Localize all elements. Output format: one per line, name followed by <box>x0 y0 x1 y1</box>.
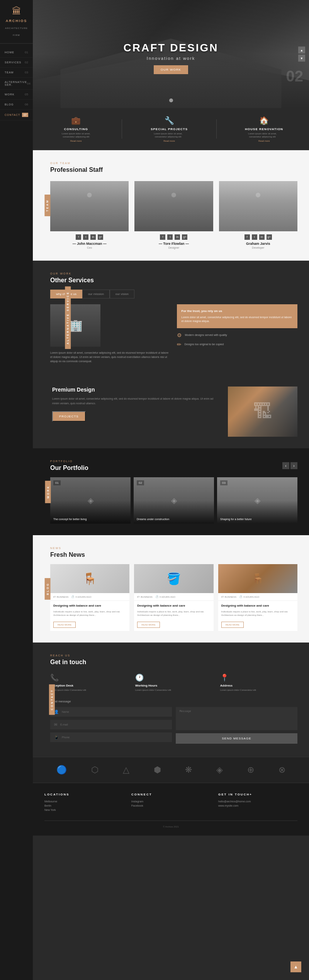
form-label: Send message <box>50 700 297 703</box>
blog-grid: 🪑 🏷 BUSINESS 🕐 4 HOURS AGO Design <box>50 564 297 631</box>
hero-pagination-dot[interactable] <box>169 98 173 102</box>
social-gp-3[interactable]: g+ <box>267 234 272 240</box>
social-tw-1[interactable]: t <box>83 234 88 240</box>
social-tw-2[interactable]: t <box>167 234 173 240</box>
renovation-link[interactable]: Read more <box>245 140 283 142</box>
sidebar-item-blog[interactable]: BLOG 06 <box>0 100 33 110</box>
reception-text: Lorem ipsum dolor Consectetur elit <box>50 688 127 692</box>
blog-category-3: 🏷 BUSINESS <box>221 595 236 598</box>
footer-link-website[interactable]: www.mysite.com <box>218 804 297 807</box>
premium-text: Lorem ipsum dolor sit amet, consectetur … <box>52 397 220 405</box>
partner-logo-2[interactable]: ⬡ <box>91 765 98 775</box>
portfolio-item-1[interactable]: ◈ 01 The concept for better living <box>50 477 131 524</box>
social-tw-3[interactable]: t <box>252 234 257 240</box>
consulting-name: CONSULTING <box>59 127 93 131</box>
social-gp-2[interactable]: g+ <box>182 234 187 240</box>
blog-card-3: 🪑 🏷 BUSINESS 🕐 4 HOURS AGO Design <box>218 564 297 631</box>
sidebar-item-work[interactable]: WORK 05 <box>0 90 33 100</box>
team-section-outer: TEAM ✉ Our Team Professional Staff f t i… <box>33 150 309 261</box>
social-fb-1[interactable]: f <box>76 234 81 240</box>
footer-col-locations: LOCATIONS Melbourne Berlin New York <box>44 793 124 813</box>
premium-projects-button[interactable]: PROJECTS <box>52 411 86 422</box>
footer-link-instagram[interactable]: Instagram <box>131 800 211 803</box>
team-socials-1: f t in g+ <box>50 234 129 240</box>
alt-service-content: 🏢 Lorem ipsum dolor sit amet, consectetu… <box>50 304 297 364</box>
blog-title: Fresh News <box>50 551 297 558</box>
hero-arrow-up[interactable]: ▲ <box>298 47 305 54</box>
partner-logo-6[interactable]: ◈ <box>216 765 223 775</box>
alt-service-section: Our Work Other Services why choose us ou… <box>33 261 309 375</box>
partner-logo-7[interactable]: ⊕ <box>247 765 254 775</box>
message-field <box>176 707 297 730</box>
blog-read-more-1[interactable]: READ MORE <box>53 622 76 628</box>
footer-link-melbourne[interactable]: Melbourne <box>44 800 124 803</box>
portfolio-prev-arrow[interactable]: ‹ <box>282 462 289 469</box>
main-content: CRAFT DESIGN Innovation at work OUR WORK… <box>33 0 309 836</box>
team-section: Our Team Professional Staff f t in g+ — … <box>33 150 309 261</box>
blog-date-3: 🕐 4 HOURS AGO <box>239 595 259 598</box>
address-text: Lorem ipsum dolor Consectetur elit <box>220 688 297 692</box>
name-input[interactable] <box>62 710 168 713</box>
portfolio-item-3[interactable]: ◈ 03 Shaping for a better future <box>217 477 297 524</box>
hero-cta-button[interactable]: OUR WORK <box>154 65 188 74</box>
alt-service-title: Other Services <box>50 277 297 284</box>
blog-meta-3: 🏷 BUSINESS 🕐 4 HOURS AGO <box>218 593 297 601</box>
blog-post-title-1: Designing with balance and care <box>53 604 126 608</box>
portfolio-next-arrow[interactable]: › <box>290 462 297 469</box>
team-photo-bg-2 <box>134 181 213 231</box>
reception-label: Reception Desk <box>50 684 127 687</box>
portfolio-item-2[interactable]: ◈ 02 Dreams under construction <box>134 477 214 524</box>
alt-tab-vision[interactable]: our vision <box>110 290 134 298</box>
footer-grid: LOCATIONS Melbourne Berlin New York CONN… <box>44 793 297 813</box>
partners-bar: 🔵 ⬡ △ ⬢ ❋ ◈ ⊕ ⊗ <box>33 757 309 783</box>
team-card-3: f t in g+ Graham Jarvis Developer <box>219 181 297 249</box>
email-input[interactable] <box>60 723 168 726</box>
social-fb-2[interactable]: f <box>160 234 165 240</box>
social-in-1[interactable]: in <box>90 234 96 240</box>
blog-read-more-2[interactable]: READ MORE <box>137 622 160 628</box>
alt-service-image: 🏢 <box>50 304 100 347</box>
blog-post-excerpt-3: Individuals require a place to live, wor… <box>221 610 294 617</box>
team-label: Our Team <box>50 162 297 164</box>
logo: 🏛 ARCHIOS ARCHITECTURE FIRM <box>0 0 33 44</box>
phone-input[interactable] <box>62 736 168 739</box>
work-section-outer: WORK 📁 Portfolio Our Portfolio ‹ › ◈ 01 … <box>33 448 309 535</box>
alt-tab-mission[interactable]: our mission <box>82 290 110 298</box>
projects-link[interactable]: Read more <box>151 140 188 142</box>
blog-card-1: 🪑 🏷 BUSINESS 🕐 4 HOURS AGO Design <box>50 564 129 631</box>
partner-logo-5[interactable]: ❋ <box>185 765 192 775</box>
sidebar-item-team[interactable]: TEAM 03 <box>0 68 33 78</box>
social-in-2[interactable]: in <box>175 234 180 240</box>
social-fb-3[interactable]: f <box>244 234 250 240</box>
footer-link-newyork[interactable]: New York <box>44 809 124 811</box>
partner-logo-8[interactable]: ⊗ <box>278 765 285 775</box>
footer-link-facebook[interactable]: Facebook <box>131 804 211 807</box>
social-gp-1[interactable]: g+ <box>98 234 103 240</box>
partner-logo-3[interactable]: △ <box>123 765 129 775</box>
alt-feature-icon-2: ✏ <box>177 341 182 348</box>
partner-logo-1[interactable]: 🔵 <box>56 765 67 775</box>
consulting-link[interactable]: Read more <box>59 140 93 142</box>
sidebar-item-contact[interactable]: CONTACT 07 <box>0 110 33 120</box>
footer-copyright: © Archios 2021 <box>44 821 297 828</box>
sidebar-item-alt-services[interactable]: ALTERNATIVE SER. 04 <box>0 78 33 90</box>
team-socials-3: f t in g+ <box>219 234 297 240</box>
partner-logo-4[interactable]: ⬢ <box>154 765 161 775</box>
logo-icon: 🏛 <box>4 6 29 17</box>
team-photo-2 <box>134 181 213 231</box>
send-message-button[interactable]: SEND MESSAGE <box>176 733 297 744</box>
copyright-text: © Archios 2021 <box>163 826 179 828</box>
blog-category-icon-1: 🏷 <box>53 596 56 598</box>
portfolio-caption-2: Dreams under construction <box>137 518 211 521</box>
social-in-3[interactable]: in <box>259 234 265 240</box>
team-title: Professional Staff <box>50 166 297 173</box>
message-input[interactable] <box>180 710 294 727</box>
blog-img-icon-2: 🪣 <box>166 572 181 585</box>
hero-section: CRAFT DESIGN Innovation at work OUR WORK… <box>33 0 309 108</box>
sidebar-item-services[interactable]: SERVICES 02 <box>0 58 33 68</box>
hero-arrow-down[interactable]: ▼ <box>298 55 305 62</box>
footer-link-berlin[interactable]: Berlin <box>44 804 124 807</box>
footer-link-email[interactable]: hello@archios@home.com <box>218 800 297 803</box>
blog-read-more-3[interactable]: READ MORE <box>221 622 244 628</box>
sidebar-item-home[interactable]: HOME 01 <box>0 47 33 58</box>
